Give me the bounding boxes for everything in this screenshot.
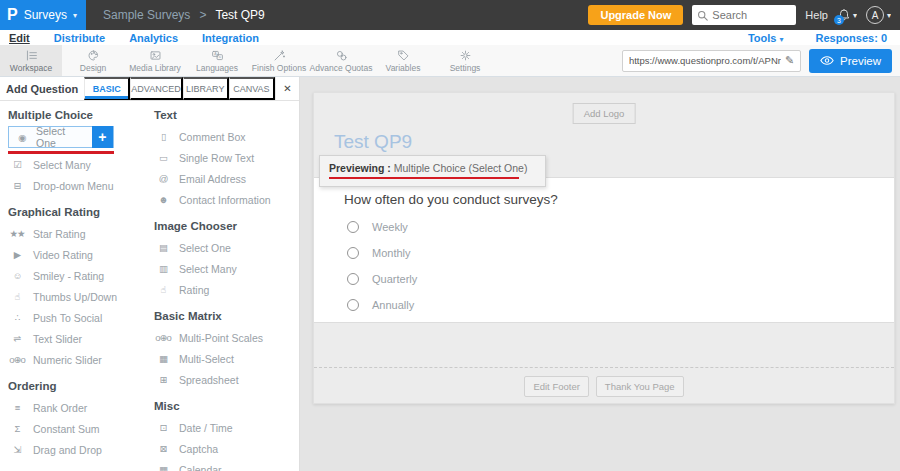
panel-item-image-rating[interactable]: ☝ Rating [154,279,299,300]
section-misc: Misc ⊡ Date / Time ⊠ Captcha ▦ Calendar [154,400,299,471]
top-bar-actions: Upgrade Now Help 3 ▾ A ▾ [588,5,900,25]
panel-item-image-select-one[interactable]: ▤ Select One [154,237,299,258]
panel-item-comment-box[interactable]: ▯ Comment Box [154,126,299,147]
survey-menu-row: Edit Distribute Analytics Integration To… [0,30,900,45]
preview-button[interactable]: Preview [809,49,892,73]
finish-options-wand-icon [273,49,286,62]
section-ordering: Ordering ≡ Rank Order Σ Constant Sum ⇲ D… [8,380,154,460]
panel-item-select-one-selected: ◉ Select One + [8,126,114,154]
footer-dashed-divider [314,367,894,368]
previewing-value: Multiple Choice (Select One) [391,162,528,174]
previewing-red-underline [329,177,519,179]
tab-basic[interactable]: BASIC [84,77,130,100]
panel-item-drop-down-menu[interactable]: ⊟ Drop-down Menu [8,175,154,196]
panel-item-thumbs-up-down[interactable]: ☝ Thumbs Up/Down [8,286,154,307]
panel-item-date-time[interactable]: ⊡ Date / Time [154,417,299,438]
edit-url-pencil-icon[interactable]: ✎ [785,54,794,67]
add-question-plus-button[interactable]: + [92,126,113,148]
thumbs-up-down-icon: ☝ [8,291,26,302]
dropdown-menu-icon: ⊟ [8,180,26,191]
text-slider-icon: ⇌ [8,333,26,344]
notification-count-badge: 3 [834,15,844,25]
menu-item-edit[interactable]: Edit [9,32,30,44]
panel-item-video-rating[interactable]: ▶ Video Rating [8,244,154,265]
previewing-label: Previewing : [329,162,391,174]
multi-select-icon: ▦ [154,353,172,364]
panel-item-numeric-slider[interactable]: o⊕o Numeric Slider [8,349,154,370]
tab-library[interactable]: LIBRARY [183,77,229,100]
panel-item-image-select-many[interactable]: ▥ Select Many [154,258,299,279]
multi-point-scales-icon: o⊕o [154,332,172,343]
panel-item-constant-sum[interactable]: Σ Constant Sum [8,418,154,439]
panel-item-email-address[interactable]: @ Email Address [154,168,299,189]
breadcrumb-current[interactable]: Test QP9 [215,8,264,22]
survey-card-footer: Edit Footer Thank You Page [314,323,894,403]
panel-item-multi-point-scales[interactable]: o⊕o Multi-Point Scales [154,327,299,348]
toolbar-item-finish-options[interactable]: Finish Options [248,45,310,76]
image-select-many-icon: ▥ [154,263,172,274]
captcha-icon: ⊠ [154,443,172,454]
toolbar-item-workspace[interactable]: Workspace [0,45,62,76]
radio-button[interactable] [347,247,359,259]
panel-item-captcha[interactable]: ⊠ Captcha [154,438,299,459]
add-logo-button[interactable]: Add Logo [573,103,636,124]
answer-options: Weekly Monthly Quarterly Annually [344,214,894,318]
search-input[interactable] [712,9,790,21]
breadcrumb-parent[interactable]: Sample Surveys [103,8,190,22]
toolbar-item-design[interactable]: Design [62,45,124,76]
surveys-product-menu[interactable]: P Surveys ▾ [0,0,86,30]
image-select-one-icon: ▤ [154,242,172,253]
toolbar-item-settings[interactable]: Settings [434,45,496,76]
panel-item-contact-information[interactable]: ☻ Contact Information [154,189,299,210]
toolbar-item-advance-quotas[interactable]: Advance Quotas [310,45,372,76]
account-menu[interactable]: A ▾ [866,6,891,24]
date-time-icon: ⊡ [154,422,172,433]
panel-item-spreadsheet[interactable]: ⊞ Spreadsheet [154,369,299,390]
panel-item-calendar[interactable]: ▦ Calendar [154,459,299,471]
option-row-monthly: Monthly [347,240,894,266]
toolbar-item-languages[interactable]: Aa Languages [186,45,248,76]
upgrade-now-button[interactable]: Upgrade Now [588,5,683,25]
panel-item-rank-order[interactable]: ≡ Rank Order [8,397,154,418]
edit-footer-button[interactable]: Edit Footer [524,376,588,397]
help-link[interactable]: Help [805,9,828,21]
chevron-down-icon: ▾ [853,11,857,20]
global-search[interactable] [692,5,796,25]
close-icon[interactable]: ✕ [275,77,299,100]
tools-menu[interactable]: Tools ▾ [748,32,784,44]
chevron-down-icon: ▾ [779,35,783,44]
responses-count-link[interactable]: Responses: 0 [815,32,887,44]
panel-item-push-to-social[interactable]: ∴ Push To Social [8,307,154,328]
radio-button[interactable] [347,299,359,311]
thank-you-page-button[interactable]: Thank You Page [596,376,684,397]
panel-item-smiley-rating[interactable]: ☺ Smiley - Rating [8,265,154,286]
notifications-menu[interactable]: 3 ▾ [837,8,857,22]
spreadsheet-icon: ⊞ [154,374,172,385]
tab-canvas[interactable]: CANVAS [229,77,275,100]
menu-item-analytics[interactable]: Analytics [129,32,178,44]
star-rating-icon: ★★ [8,228,26,239]
tab-advanced[interactable]: ADVANCED [130,77,182,100]
rank-order-icon: ≡ [8,402,26,413]
breadcrumb-separator: > [199,8,206,22]
checkbox-select-many-icon: ☑ [8,159,26,170]
panel-item-select-many[interactable]: ☑ Select Many [8,154,154,175]
survey-url-input[interactable] [629,55,781,66]
chevron-down-icon: ▾ [73,11,77,20]
toolbar-item-media-library[interactable]: Media Library [124,45,186,76]
drag-and-drop-icon: ⇲ [8,444,26,455]
panel-item-drag-and-drop[interactable]: ⇲ Drag and Drop [8,439,154,460]
image-rating-icon: ☝ [154,284,172,295]
avatar: A [866,6,884,24]
panel-item-multi-select[interactable]: ▦ Multi-Select [154,348,299,369]
menu-item-distribute[interactable]: Distribute [54,32,105,44]
radio-button[interactable] [347,221,359,233]
comment-box-icon: ▯ [154,131,172,142]
panel-item-select-one[interactable]: ◉ Select One + [8,126,114,148]
panel-item-single-row-text[interactable]: ▭ Single Row Text [154,147,299,168]
menu-item-integration[interactable]: Integration [202,32,259,44]
panel-item-star-rating[interactable]: ★★ Star Rating [8,223,154,244]
panel-item-text-slider[interactable]: ⇌ Text Slider [8,328,154,349]
radio-button[interactable] [347,273,359,285]
toolbar-item-variables[interactable]: Variables [372,45,434,76]
